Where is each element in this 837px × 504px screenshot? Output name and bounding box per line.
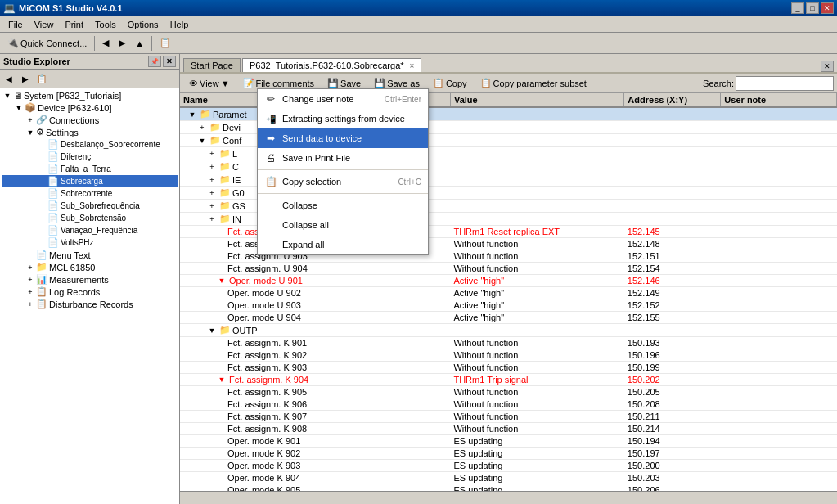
tree-sub-sobrefrequencia[interactable]: 📄 Sub_Sobrefrequência	[2, 200, 178, 212]
table-row[interactable]: ▼Oper. mode U 901Active "high"152.146	[180, 275, 837, 287]
tree-settings[interactable]: ▼ ⚙ Settings	[2, 126, 178, 138]
table-row[interactable]: ▼Fct. assignm. K 904THRm1 Trip signal150…	[180, 374, 837, 386]
tree-device[interactable]: ▼ 📦 Device [P632-610]	[2, 101, 178, 114]
table-row[interactable]: Oper. mode K 904ES updating150.203	[180, 472, 837, 484]
table-row[interactable]: Oper. mode U 902Active "high"152.149	[180, 287, 837, 299]
table-cell-address: 152.152	[624, 299, 721, 312]
row-expander[interactable]: +	[196, 124, 208, 132]
studio-explorer-close-button[interactable]: ✕	[163, 56, 176, 67]
tree-log-records[interactable]: + 📋 Log Records	[2, 286, 178, 298]
exp-back-button[interactable]: ◀	[2, 71, 16, 86]
tree-disturbance[interactable]: + 📋 Disturbance Records	[2, 298, 178, 310]
table-cell-name: Oper. mode U 902	[180, 287, 450, 299]
table-row[interactable]: Oper. mode K 902ES updating150.197	[180, 448, 837, 460]
menu-print[interactable]: Print	[60, 18, 88, 31]
table-row[interactable]: Oper. mode K 905ES updating150.206	[180, 484, 837, 492]
ctx-collapse[interactable]: Collapse	[258, 196, 428, 215]
clipboard-button[interactable]: 📋	[155, 34, 175, 52]
table-row[interactable]: Fct. assignm. K 907Without function150.2…	[180, 411, 837, 423]
quick-connect-button[interactable]: 🔌 Quick Connect...	[3, 34, 91, 52]
table-cell-usernote	[721, 312, 837, 324]
row-expander[interactable]: +	[206, 163, 218, 171]
search-input[interactable]	[736, 76, 834, 91]
tree-menutext[interactable]: 📄 Menu Text	[2, 249, 178, 261]
table-cell-usernote	[721, 250, 837, 263]
table-row[interactable]: Oper. mode U 903Active "high"152.152	[180, 299, 837, 312]
table-cell-name: Fct. assignm. K 901	[180, 337, 450, 349]
tree-desbalanco[interactable]: 📄 Desbalanço_Sobrecorrente	[2, 138, 178, 151]
table-row[interactable]: Fct. assignm. K 902Without function150.1…	[180, 349, 837, 362]
tree-system[interactable]: ▼ 🖥 System [P632_Tutoriais]	[2, 90, 178, 101]
tab-active[interactable]: P632_Tutoriais.P632-610.Sobrecarga* ×	[242, 58, 421, 72]
table-cell-value: ES updating	[450, 435, 623, 448]
tree-sobrecarga[interactable]: 📄 Sobrecarga	[2, 175, 178, 187]
table-row[interactable]: Oper. mode K 901ES updating150.194	[180, 435, 837, 448]
view-button[interactable]: 👁 View ▼	[183, 75, 236, 92]
table-row[interactable]: Fct. assignm. K 908Without function150.2…	[180, 423, 837, 435]
table-cell-usernote	[721, 448, 837, 460]
maximize-button[interactable]: □	[806, 2, 819, 14]
panel-close-button[interactable]: ✕	[821, 61, 834, 72]
title-bar-controls[interactable]: _ □ ✕	[791, 2, 834, 14]
table-row[interactable]: Oper. mode U 904Active "high"152.155	[180, 312, 837, 324]
minimize-button[interactable]: _	[791, 2, 804, 14]
system-expander[interactable]: ▼	[2, 92, 13, 100]
row-expander[interactable]: ▼	[196, 137, 208, 145]
tab-start-page[interactable]: Start Page	[183, 58, 241, 72]
table-row[interactable]: ▼📁OUTP	[180, 324, 837, 337]
row-expander[interactable]: ▼	[216, 277, 227, 285]
row-expander[interactable]: +	[206, 189, 218, 197]
row-expander[interactable]: ▼	[187, 110, 198, 119]
table-row[interactable]: Fct. assignm. K 903Without function150.1…	[180, 362, 837, 374]
device-expander[interactable]: ▼	[13, 104, 25, 112]
connections-expander[interactable]: +	[25, 116, 36, 124]
tree-mcl[interactable]: + 📁 MCL 61850	[2, 261, 178, 273]
ctx-copy-selection[interactable]: 📋 Copy selection Ctrl+C	[258, 172, 428, 191]
exp-show-button[interactable]: 📋	[34, 71, 49, 86]
row-expander[interactable]: +	[206, 176, 218, 184]
ctx-change-user-note[interactable]: ✏ Change user note Ctrl+Enter	[258, 89, 428, 109]
row-expander[interactable]: +	[206, 215, 218, 223]
forward-button[interactable]: ▶	[115, 34, 129, 52]
tab-close-button[interactable]: ×	[410, 61, 415, 70]
log-records-label: Log Records	[49, 287, 100, 297]
mcl-icon: 📁	[36, 262, 47, 272]
table-row[interactable]: Fct. assignm. K 906Without function150.2…	[180, 398, 837, 411]
close-button[interactable]: ✕	[821, 2, 834, 14]
table-cell-value: Without function	[450, 423, 623, 435]
ctx-send-data-label: Send data to device	[282, 133, 362, 143]
ctx-expand-all[interactable]: Expand all	[258, 235, 428, 254]
ctx-save-print[interactable]: 🖨 Save in Print File	[258, 148, 428, 168]
menu-tools[interactable]: Tools	[90, 18, 121, 31]
tree-sobrecorrente[interactable]: 📄 Sobrecorrente	[2, 187, 178, 200]
ctx-send-data[interactable]: ➡ Send data to device	[258, 128, 428, 148]
menu-options[interactable]: Options	[123, 18, 164, 31]
tree-voltosphz[interactable]: 📄 VoltsPHz	[2, 236, 178, 249]
copy-button[interactable]: 📋 Copy	[427, 75, 473, 92]
table-row[interactable]: Fct. assignm. U 904Without function152.1…	[180, 263, 837, 275]
row-expander[interactable]: ▼	[216, 376, 227, 384]
studio-explorer-pin-button[interactable]: 📌	[148, 56, 161, 67]
up-button[interactable]: ▲	[131, 34, 148, 52]
tree-variacao[interactable]: 📄 Variação_Frequência	[2, 224, 178, 236]
row-expander[interactable]: ▼	[206, 326, 218, 335]
menu-file[interactable]: File	[3, 18, 28, 31]
row-expander[interactable]: +	[206, 150, 218, 158]
ctx-collapse-all[interactable]: Collapse all	[258, 215, 428, 235]
menu-view[interactable]: View	[29, 18, 59, 31]
menu-help[interactable]: Help	[165, 18, 194, 31]
table-row[interactable]: Fct. assignm. K 901Without function150.1…	[180, 337, 837, 349]
ctx-extracting[interactable]: 📲 Extracting settings from device	[258, 109, 428, 128]
table-row[interactable]: Fct. assignm. K 905Without function150.2…	[180, 386, 837, 398]
exp-forward-button[interactable]: ▶	[18, 71, 33, 86]
tree-measurements[interactable]: + 📊 Measurements	[2, 273, 178, 286]
table-row[interactable]: Oper. mode K 903ES updating150.200	[180, 460, 837, 472]
tree-connections[interactable]: + 🔗 Connections	[2, 114, 178, 126]
tree-diferenc[interactable]: 📄 Diferenç	[2, 151, 178, 163]
tree-falta[interactable]: 📄 Falta_a_Terra	[2, 163, 178, 175]
row-expander[interactable]: +	[206, 202, 218, 210]
settings-expander[interactable]: ▼	[25, 128, 36, 137]
tree-sub-sobretensao[interactable]: 📄 Sub_Sobretensão	[2, 212, 178, 224]
back-button[interactable]: ◀	[98, 34, 113, 52]
copy-subset-button[interactable]: 📋 Copy parameter subset	[475, 75, 592, 92]
